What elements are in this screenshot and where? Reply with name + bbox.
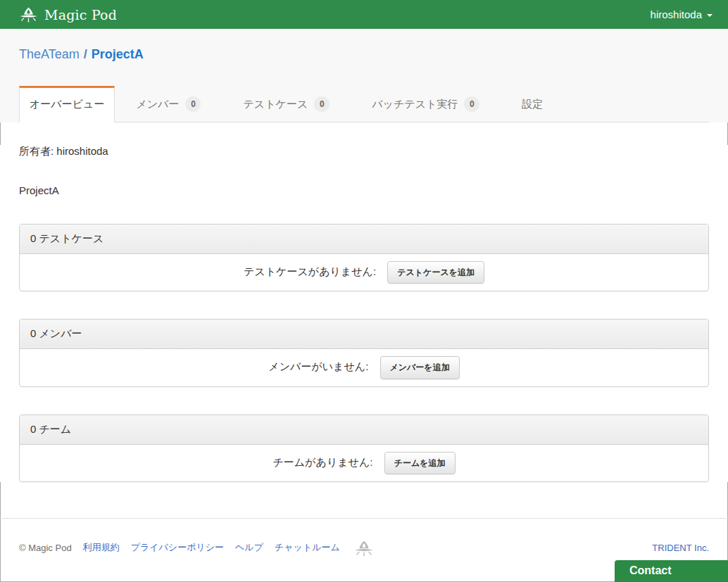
copyright: © Magic Pod [19, 543, 72, 553]
overview-content: 所有者: hiroshitoda ProjectA 0 テストケース テストケー… [0, 145, 728, 482]
members-panel-title: 0 メンバー [20, 320, 708, 349]
add-member-button[interactable]: メンバーを追加 [380, 356, 460, 379]
breadcrumb-project: ProjectA [92, 47, 144, 61]
members-count-badge: 0 [185, 96, 201, 112]
chat-room-link[interactable]: チャットルーム [275, 541, 340, 554]
breadcrumb-organization-link[interactable]: TheATeam [19, 47, 80, 61]
tab-batch-runs[interactable]: バッチテスト実行 0 [351, 86, 501, 122]
add-team-button[interactable]: チームを追加 [384, 452, 456, 474]
teams-panel-title: 0 チーム [20, 415, 708, 445]
contact-button[interactable]: Contact [615, 560, 728, 582]
tab-label: バッチテスト実行 [372, 98, 458, 111]
breadcrumb-separator: / [84, 47, 87, 61]
tab-members[interactable]: メンバー 0 [115, 86, 222, 122]
help-link[interactable]: ヘルプ [235, 541, 263, 554]
owner-line: 所有者: hiroshitoda [19, 145, 709, 158]
brand-name: Magic Pod [44, 7, 117, 23]
footer-ufo-logo-icon [354, 540, 374, 557]
test-cases-empty-message: テストケースがありません: [244, 265, 376, 277]
magicpod-ufo-logo-icon [19, 6, 38, 23]
test-cases-panel: 0 テストケース テストケースがありません: テストケースを追加 [19, 224, 709, 291]
teams-empty-message: チームがありません: [273, 456, 373, 468]
members-panel-body: メンバーがいません: メンバーを追加 [20, 349, 708, 386]
tab-overview[interactable]: オーバービュー [19, 86, 115, 122]
user-menu-dropdown[interactable]: hiroshitoda [651, 8, 713, 20]
brand[interactable]: Magic Pod [19, 6, 117, 23]
username: hiroshitoda [651, 8, 702, 20]
tab-label: 設定 [522, 98, 543, 111]
privacy-policy-link[interactable]: プライバシーポリシー [131, 541, 224, 554]
trident-company-link[interactable]: TRIDENT Inc. [652, 543, 709, 553]
add-test-case-button[interactable]: テストケースを追加 [387, 261, 484, 284]
tab-label: メンバー [136, 98, 179, 111]
test-cases-count-badge: 0 [314, 96, 330, 112]
teams-panel: 0 チーム チームがありません: チームを追加 [19, 415, 709, 482]
footer-links: 利用規約 プライバシーポリシー ヘルプ チャットルーム [83, 541, 340, 554]
members-empty-message: メンバーがいません: [268, 360, 368, 372]
project-name: ProjectA [19, 184, 709, 196]
top-navbar: Magic Pod hiroshitoda [0, 0, 728, 29]
chevron-down-icon [707, 14, 713, 17]
members-panel: 0 メンバー メンバーがいません: メンバーを追加 [19, 319, 709, 386]
tab-label: オーバービュー [30, 98, 104, 111]
teams-panel-body: チームがありません: チームを追加 [20, 445, 708, 481]
batch-runs-count-badge: 0 [464, 96, 479, 112]
terms-of-service-link[interactable]: 利用規約 [83, 541, 120, 554]
test-cases-panel-title: 0 テストケース [20, 224, 708, 254]
page-header: TheATeam/ProjectA オーバービュー メンバー 0 テストケース … [0, 29, 728, 122]
tab-bar: オーバービュー メンバー 0 テストケース 0 バッチテスト実行 0 設定 [19, 86, 709, 122]
tab-label: テストケース [243, 98, 308, 111]
breadcrumb: TheATeam/ProjectA [19, 47, 709, 62]
tab-settings[interactable]: 設定 [501, 86, 564, 122]
test-cases-panel-body: テストケースがありません: テストケースを追加 [20, 254, 708, 291]
tab-test-cases[interactable]: テストケース 0 [222, 86, 351, 122]
